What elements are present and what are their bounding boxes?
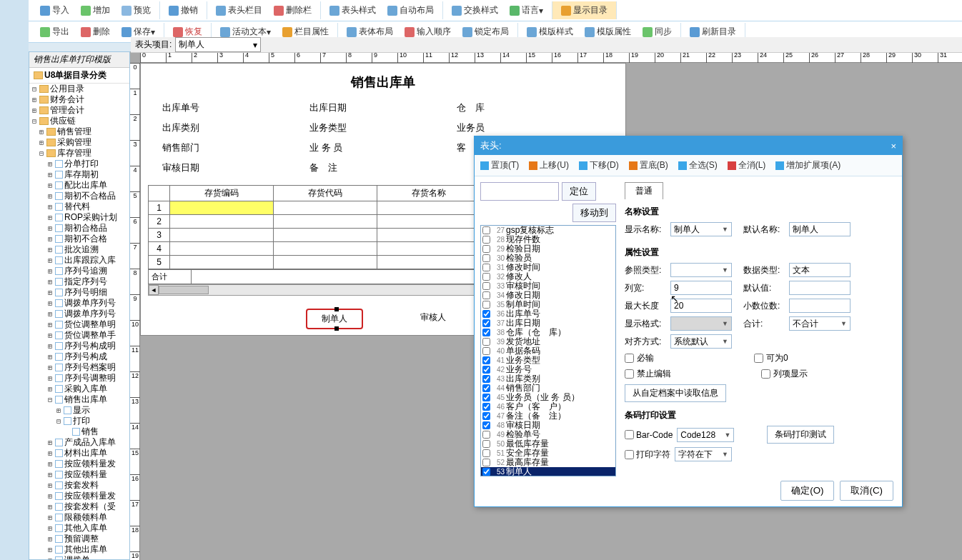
field-auditor[interactable]: 审核人 <box>406 309 460 329</box>
tree-node[interactable]: ⊞序列号构成明 <box>29 341 129 351</box>
tree-node[interactable]: ⊞期初不合格品 <box>29 191 129 201</box>
dlg-tb-btn[interactable]: 上移(U) <box>529 159 569 171</box>
tree-node[interactable]: ⊞批次追溯 <box>29 244 129 255</box>
default-value-input[interactable] <box>789 281 851 295</box>
tree-node[interactable]: ⊞管理会计 <box>29 105 129 116</box>
tree-node[interactable]: ⊞库存期初 <box>29 169 129 180</box>
tb-swapstyle[interactable]: 交换样式 <box>447 2 502 19</box>
tree-node[interactable]: ⊞按应领料量 <box>29 469 129 480</box>
header-field[interactable]: 业 务 员 <box>309 141 457 154</box>
ok-button[interactable]: 确定(O) <box>780 481 834 501</box>
tree-node[interactable]: ⊞调拨单序列号 <box>29 298 129 309</box>
datatype-input[interactable] <box>789 263 851 277</box>
field-list-item[interactable]: 32修改人 <box>481 272 615 281</box>
field-list-item[interactable]: 31修改时间 <box>481 263 615 272</box>
tb-lang[interactable]: 语言 ▾ <box>505 2 547 19</box>
maxlen-input[interactable] <box>670 299 732 313</box>
tb-import[interactable]: 导入 <box>36 2 74 19</box>
tree-node[interactable]: ⊞采购管理 <box>29 137 129 148</box>
field-list-item[interactable]: 43出库类别 <box>481 374 615 384</box>
tree-node[interactable]: ⊞序列号明细 <box>29 287 129 298</box>
decimal-input[interactable] <box>789 299 851 313</box>
field-list-item[interactable]: 33审核时间 <box>481 281 615 291</box>
reftype-select[interactable]: ▼ <box>670 263 732 277</box>
chk-printchar[interactable]: 打印字符 <box>625 449 670 461</box>
sum-select[interactable]: 不合计▼ <box>789 316 851 331</box>
cancel-button[interactable]: 取消(C) <box>840 481 893 501</box>
chk-barcode[interactable]: Bar-Code <box>625 430 673 440</box>
field-list-item[interactable]: 47备注（备 注） <box>481 411 615 421</box>
field-list-item[interactable]: 38仓库（仓 库） <box>481 328 615 337</box>
align-select[interactable]: 系统默认▼ <box>670 334 732 349</box>
dlg-tb-btn[interactable]: 全消(L) <box>728 159 766 171</box>
locate-input[interactable] <box>480 182 559 201</box>
tb-add[interactable]: 增加 <box>76 2 114 19</box>
chk-zero[interactable]: 可为0 <box>754 352 788 364</box>
tree-node[interactable]: ⊞按应领料量发 <box>29 459 129 469</box>
header-item-select[interactable]: 制单人▾ <box>175 37 261 52</box>
barcode-test-button[interactable]: 条码打印测试 <box>767 426 834 444</box>
tree-node[interactable]: ⊞材料出库单 <box>29 448 129 459</box>
dlg-tb-btn[interactable]: 全选(S) <box>678 159 718 171</box>
tb-autolayout[interactable]: 自动布局 <box>383 2 438 19</box>
tree-node[interactable]: ⊞按套发料 <box>29 480 129 491</box>
field-list-item[interactable]: 42业务号 <box>481 365 615 374</box>
tree-node[interactable]: ⊟公用目录 <box>29 84 129 94</box>
tree-node[interactable]: ⊞显示 <box>29 405 129 416</box>
tree-node[interactable]: ⊟销售出库单 <box>29 394 129 405</box>
tree-node[interactable]: ⊞期初不合格 <box>29 234 129 244</box>
header-field[interactable]: 备 注 <box>309 161 457 174</box>
tree-node[interactable]: ⊟打印 <box>29 416 129 426</box>
tree-node[interactable]: ⊞替代料 <box>29 201 129 212</box>
field-list-item[interactable]: 40单据条码 <box>481 346 615 356</box>
tree-node[interactable]: ⊞期初合格品 <box>29 223 129 234</box>
dlg-tb-btn[interactable]: 置底(B) <box>629 159 668 171</box>
locate-button[interactable]: 定位 <box>562 182 596 201</box>
tb-undo[interactable]: 撤销 <box>164 2 202 19</box>
tree-node[interactable]: ⊞分单打印 <box>29 159 129 169</box>
tree-node[interactable]: ⊞序列号调整明 <box>29 373 129 384</box>
tree-node[interactable]: ⊞调拨单序列号 <box>29 309 129 319</box>
column-header[interactable]: 存货编码 <box>170 186 274 201</box>
chk-noedit[interactable]: 禁止编辑 <box>625 368 671 380</box>
header-field[interactable]: 出库单号 <box>162 101 309 114</box>
tree-node[interactable]: ⊞销售管理 <box>29 126 129 137</box>
chk-required[interactable]: 必输 <box>625 352 654 364</box>
tree-node[interactable]: ⊞限额领料单 <box>29 512 129 523</box>
header-field[interactable]: 业务员 <box>457 121 604 134</box>
tree-node[interactable]: ⊞预留调整 <box>29 534 129 544</box>
format-select[interactable]: ▼ <box>670 316 732 331</box>
dlg-tb-btn[interactable]: 置顶(T) <box>480 159 519 171</box>
selected-field-maker[interactable]: 制单人 <box>306 309 363 329</box>
tree-node[interactable]: ⊞序列号档案明 <box>29 362 129 373</box>
tree-node[interactable]: ⊞采购入库单 <box>29 384 129 394</box>
display-name-select[interactable]: 制单人▼ <box>670 222 732 236</box>
moveto-button[interactable]: 移动到 <box>572 204 616 222</box>
field-list-item[interactable]: 35制单时间 <box>481 300 615 309</box>
header-field[interactable]: 业务类型 <box>309 121 457 134</box>
header-field[interactable]: 出库类别 <box>162 121 309 134</box>
field-list-item[interactable]: 52最高库存量 <box>481 458 615 467</box>
tree-node[interactable]: ⊞货位调整单明 <box>29 319 129 330</box>
tree-node[interactable]: ⊞序列号追溯 <box>29 266 129 276</box>
tree-node[interactable]: ⊟库存管理 <box>29 148 129 159</box>
dialog-titlebar[interactable]: 表头: × <box>475 136 902 155</box>
field-list-item[interactable]: 34修改日期 <box>481 291 615 300</box>
tree-node[interactable]: ⊞按套发料（受 <box>29 501 129 512</box>
tree-node[interactable]: ⊞产成品入库单 <box>29 437 129 448</box>
tree-node[interactable]: ⊞出库跟踪入库 <box>29 255 129 266</box>
field-list[interactable]: 27gsp复核标志28现存件数29检验日期30检验员31修改时间32修改人33审… <box>480 225 616 476</box>
field-list-item[interactable]: 30检验员 <box>481 254 615 263</box>
tb-headercol[interactable]: 表头栏目 <box>212 2 267 19</box>
dlg-tb-btn[interactable]: 下移(D) <box>579 159 619 171</box>
header-field[interactable]: 仓 库 <box>457 101 604 114</box>
field-list-item[interactable]: 27gsp复核标志 <box>481 226 615 235</box>
tb-delete[interactable]: 删除 <box>76 24 114 40</box>
tree-node[interactable]: ⊞序列号构成 <box>29 351 129 362</box>
tree-node[interactable]: ⊞其他出库单 <box>29 544 129 555</box>
dlg-tb-btn[interactable]: 增加扩展项(A) <box>775 159 840 171</box>
tb-export[interactable]: 导出 <box>36 24 74 40</box>
close-icon[interactable]: × <box>891 141 896 151</box>
default-name-input[interactable] <box>789 222 851 236</box>
header-field[interactable]: 审核日期 <box>162 161 309 174</box>
